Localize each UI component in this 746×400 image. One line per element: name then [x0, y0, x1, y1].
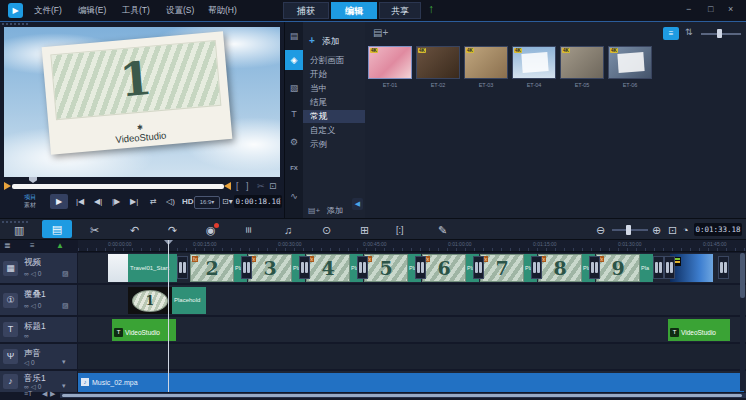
transition-clip[interactable]	[664, 256, 675, 279]
category-middle[interactable]: 当中	[303, 82, 365, 95]
track-sub-icons[interactable]: ◁0	[24, 359, 37, 367]
category-custom[interactable]: 自定义	[303, 124, 365, 137]
category-beginning[interactable]: 开始	[303, 68, 365, 81]
transition-clip[interactable]	[357, 256, 368, 279]
video-clip-6[interactable]: fx6	[422, 254, 466, 282]
record-capture-icon[interactable]: ◉	[206, 222, 216, 238]
motion-tracking-icon[interactable]: ⊙	[322, 222, 331, 238]
redo-icon[interactable]: ↷	[168, 222, 177, 238]
mask-creator-icon[interactable]: ✎	[438, 222, 447, 238]
track-header-title[interactable]: T 标题1 ∞	[0, 317, 77, 343]
thumb-size-knob[interactable]	[717, 29, 722, 38]
project-duration-icon[interactable]: ◔	[682, 222, 689, 238]
display-size-select[interactable]: ⊡▾	[222, 197, 233, 206]
category-sample[interactable]: 示例	[303, 138, 365, 151]
video-clip-3[interactable]: fx3	[248, 254, 292, 282]
loop-button[interactable]: ⇄	[150, 197, 157, 206]
title-icon[interactable]: T	[285, 104, 303, 124]
template-thumb-2[interactable]: 4K	[416, 46, 460, 79]
template-thumb-5[interactable]: 4K	[560, 46, 604, 79]
category-general[interactable]: 常规	[303, 110, 365, 123]
aspect-ratio-select[interactable]: 16:9▾	[194, 196, 220, 209]
undo-icon[interactable]: ↶	[130, 222, 139, 238]
transition-clip[interactable]	[718, 256, 729, 279]
tab-edit[interactable]: 编辑	[331, 2, 377, 19]
enlarge-preview-icon[interactable]: ⊡	[269, 181, 277, 191]
video-clip-5[interactable]: fx5	[364, 254, 408, 282]
menu-tools[interactable]: 工具(T)	[122, 5, 150, 17]
mark-in-icon[interactable]: [	[236, 181, 239, 191]
media-icon[interactable]: ▤	[285, 26, 303, 46]
transition-clip[interactable]	[299, 256, 310, 279]
play-button[interactable]: ▶	[50, 194, 68, 209]
timeline-zoom-knob[interactable]	[626, 225, 631, 235]
timecode-stepper[interactable]: ▴▾	[279, 195, 281, 207]
title-track[interactable]: TVideoStudio TVideoStudio	[78, 317, 746, 343]
video-clip-2[interactable]: fx2	[190, 254, 234, 282]
template-thumb-3[interactable]: 4K	[464, 46, 508, 79]
sort-icon[interactable]: ⇅	[685, 27, 693, 37]
music-clip[interactable]: ♪ Music_02.mpa	[78, 373, 744, 392]
intro-clip[interactable]: Travel01_Start	[128, 254, 177, 282]
timeline-view-icon[interactable]: ▤	[42, 220, 72, 238]
category-ending[interactable]: 结尾	[303, 96, 365, 109]
track-sub-icons[interactable]: ∞◁0	[24, 270, 43, 278]
horizontal-scrollbar[interactable]	[60, 393, 746, 398]
mode-clip[interactable]: 素材	[24, 201, 36, 209]
timeline-timecode[interactable]: 0:01:33.18	[694, 223, 742, 236]
restore-button[interactable]: □	[708, 4, 713, 14]
upgrade-arrow-icon[interactable]: ↑	[428, 2, 434, 16]
ending-clip[interactable]	[670, 254, 713, 282]
tab-share[interactable]: 共享	[379, 2, 421, 19]
pattern-icon[interactable]: ▨	[62, 270, 69, 278]
transition-clip[interactable]	[589, 256, 600, 279]
title-clip-2[interactable]: TVideoStudio	[668, 319, 730, 341]
display-mode-icon[interactable]: ≡	[30, 241, 35, 250]
transition-clip[interactable]	[473, 256, 484, 279]
track-header-video[interactable]: ▦ 视频 ∞◁0 ▨	[0, 253, 77, 284]
filter-fx-icon[interactable]: FX	[285, 158, 303, 178]
title-clip-1[interactable]: TVideoStudio	[112, 319, 176, 341]
scroll-right-icon[interactable]: ▶	[50, 390, 55, 398]
preview-timecode[interactable]: 0:00:18.10 ▴▾	[234, 195, 282, 208]
track-sub-icons[interactable]: ∞	[24, 332, 31, 339]
menu-edit[interactable]: 编辑(E)	[78, 5, 106, 17]
zoom-out-icon[interactable]: ⊖	[596, 222, 605, 238]
storyboard-view-icon[interactable]: ▥	[14, 222, 24, 238]
home-button[interactable]: |◀	[76, 197, 84, 206]
track-manager-icon[interactable]: ≣	[4, 241, 11, 250]
collapse-panel-button[interactable]: ◀	[352, 198, 363, 210]
volume-button[interactable]: ◁)	[166, 197, 175, 206]
tab-capture[interactable]: 捕获	[283, 2, 329, 19]
video-clip-7[interactable]: fx7	[480, 254, 524, 282]
bottom-add-button[interactable]: ▤+ 添加	[308, 199, 343, 217]
category-split-screen[interactable]: 分割画面	[303, 54, 365, 67]
graphic-icon[interactable]: ⚙	[285, 132, 303, 152]
menu-help[interactable]: 帮助(H)	[208, 5, 237, 17]
scroll-left-icon[interactable]: ◀	[42, 390, 47, 398]
template-icon[interactable]: ◈	[285, 50, 303, 70]
close-button[interactable]: ×	[728, 4, 733, 14]
music-track[interactable]: ♪ Music_02.mpa	[78, 371, 746, 393]
sound-mixer-icon[interactable]: ≡	[246, 222, 252, 238]
overlay-track[interactable]: 1 Placehold	[78, 285, 746, 316]
intro-thumb-clip[interactable]	[108, 254, 128, 282]
video-clip-4[interactable]: fx4	[306, 254, 350, 282]
step-forward-button[interactable]: |▶	[112, 197, 120, 206]
placeholder-clip[interactable]: Pla	[640, 254, 653, 282]
track-sub-icons[interactable]: ∞◁0	[24, 302, 43, 310]
expand-icon[interactable]: ▾	[62, 382, 66, 390]
transition-clip[interactable]	[531, 256, 542, 279]
template-thumb-6[interactable]: 4K	[608, 46, 652, 79]
list-view-toggle[interactable]: ≡	[663, 27, 679, 40]
video-clip-9[interactable]: fx9	[596, 254, 640, 282]
zoom-in-icon[interactable]: ⊕	[652, 222, 661, 238]
menu-file[interactable]: 文件(F)	[34, 5, 62, 17]
end-button[interactable]: ▶|	[130, 197, 138, 206]
import-media-icon[interactable]: ▤+	[373, 27, 388, 38]
template-thumb-4[interactable]: 4K	[512, 46, 556, 79]
ripple-edit-icon[interactable]: ▲	[56, 241, 64, 250]
video-clip-8[interactable]: fx8	[538, 254, 582, 282]
voice-track[interactable]	[78, 344, 746, 370]
step-back-button[interactable]: ◀|	[94, 197, 102, 206]
